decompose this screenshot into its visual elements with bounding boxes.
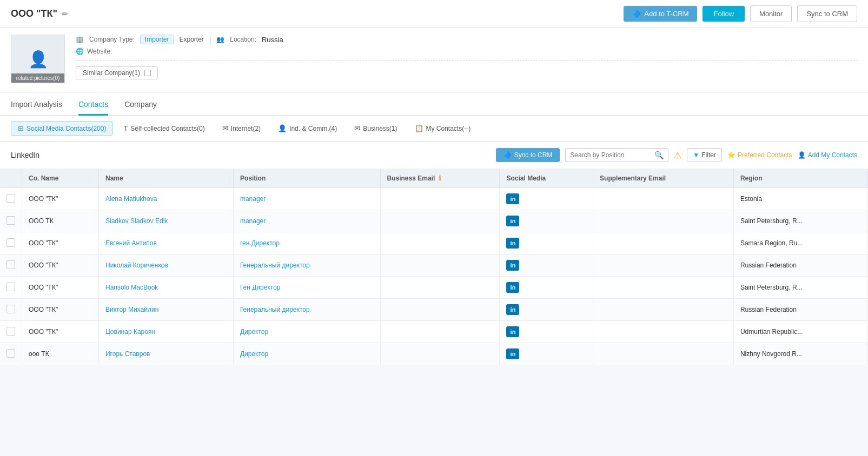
name-link[interactable]: Alena Matiukhova [105, 195, 157, 203]
tab-import-analysis[interactable]: Import Analysis [11, 92, 62, 116]
row-region: Estonia [733, 188, 867, 210]
col-social-media: Social Media [500, 169, 593, 188]
sub-tab-self-collected[interactable]: T Self-collected Contacts(0) [116, 121, 211, 136]
sub-tab-my-contacts[interactable]: 📋 My Contacts(--) [408, 121, 478, 136]
filter-icon: ▼ [693, 151, 699, 159]
warning-icon[interactable]: ⚠ [674, 150, 681, 160]
position-link[interactable]: Генеральный директор [240, 261, 310, 269]
position-link[interactable]: Директор [240, 328, 268, 336]
sync-to-crm-button[interactable]: Sync to CRM [797, 5, 857, 22]
row-name: Alena Matiukhova [98, 188, 233, 210]
col-region: Region [733, 169, 867, 188]
name-link[interactable]: Виктор Михайлин [105, 306, 158, 313]
name-link[interactable]: Цовинар Кароян [105, 328, 155, 336]
linkedin-button[interactable]: in [506, 260, 519, 271]
row-position: Ген Директор [233, 277, 380, 299]
position-link[interactable]: manager [240, 195, 266, 203]
table-row: ООО "ТК" Николай Кориченков Генеральный … [0, 254, 868, 277]
monitor-button[interactable]: Monitor [750, 5, 792, 22]
similar-company-button[interactable]: Similar Company(1) [76, 66, 158, 79]
row-position: manager [233, 210, 380, 232]
search-position-input[interactable] [570, 151, 651, 159]
position-link[interactable]: Генеральный директор [240, 306, 310, 313]
company-type-label: Company Type: [89, 36, 135, 43]
filter-button[interactable]: ▼ Filter [687, 148, 722, 162]
row-social-media: in [500, 188, 593, 210]
row-checkbox[interactable] [6, 216, 15, 225]
tab-company[interactable]: Company [124, 92, 157, 116]
row-supplementary-email [593, 343, 734, 365]
row-position: Генеральный директор [233, 299, 380, 321]
position-link[interactable]: Директор [240, 350, 268, 358]
row-social-media: in [500, 343, 593, 365]
row-social-media: in [500, 232, 593, 254]
col-position: Position [233, 169, 380, 188]
linkedin-button[interactable]: in [506, 326, 519, 337]
row-co-name: ООО "ТК" [22, 232, 99, 254]
tag-importer[interactable]: Importer [140, 35, 174, 44]
position-link[interactable]: ген.Директор [240, 239, 280, 247]
sub-tab-social-media[interactable]: ⊞ Social Media Contacts(200) [11, 121, 113, 136]
email-info-icon[interactable]: ℹ [439, 175, 441, 182]
search-position-field[interactable]: 🔍 [565, 148, 668, 162]
related-pictures-label[interactable]: related pictures(0) [11, 73, 64, 83]
globe-icon: 🌐 [76, 48, 84, 55]
company-avatar: 👤 related pictures(0) [11, 35, 65, 83]
contacts-area: LinkedIn 🔷 Sync to CRM 🔍 ⚠ ▼ Filter ⭐ Pr… [0, 142, 868, 365]
sync-to-crm-table-button[interactable]: 🔷 Sync to CRM [496, 148, 560, 162]
search-icon[interactable]: 🔍 [654, 151, 664, 159]
company-title-section: ООО "ТК" ✏ [11, 8, 68, 19]
row-checkbox[interactable] [6, 305, 15, 313]
internet-icon: ✉ [222, 124, 228, 132]
row-checkbox[interactable] [6, 194, 15, 203]
name-link[interactable]: Hansolo MacBook [105, 284, 158, 291]
name-link[interactable]: Николай Кориченков [105, 261, 168, 269]
divider [76, 61, 857, 61]
linkedin-button[interactable]: in [506, 216, 519, 226]
row-checkbox[interactable] [6, 238, 15, 247]
add-tcrm-button[interactable]: 🔷 Add to T-CRM [624, 6, 697, 22]
name-link[interactable]: Sladkov Sladkov Edik [105, 217, 168, 225]
sub-tab-ind-comm[interactable]: 👤 Ind. & Comm.(4) [271, 121, 344, 136]
name-link[interactable]: Игорь Ставров [105, 350, 150, 358]
similar-company-label: Similar Company(1) [83, 69, 140, 77]
linkedin-button[interactable]: in [506, 282, 519, 293]
row-business-email [380, 343, 500, 365]
contacts-toolbar: LinkedIn 🔷 Sync to CRM 🔍 ⚠ ▼ Filter ⭐ Pr… [0, 142, 868, 169]
row-co-name: ООО "ТК" [22, 277, 99, 299]
row-co-name: ООО "ТК" [22, 188, 99, 210]
row-name: Hansolo MacBook [98, 277, 233, 299]
col-co-name: Co. Name [22, 169, 99, 188]
add-my-contacts-button[interactable]: 👤 Add My Contacts [798, 151, 857, 159]
linkedin-button[interactable]: in [506, 238, 519, 249]
company-type-icon: 🏢 [76, 36, 84, 43]
linkedin-button[interactable]: in [506, 304, 519, 315]
self-collected-icon: T [123, 124, 128, 132]
ind-comm-icon: 👤 [278, 124, 287, 132]
col-checkbox [0, 169, 22, 188]
row-business-email [380, 277, 500, 299]
contacts-table: Co. Name Name Position Business Email ℹ … [0, 169, 868, 365]
row-checkbox[interactable] [6, 260, 15, 269]
position-link[interactable]: Ген Директор [240, 284, 281, 291]
row-checkbox[interactable] [6, 349, 15, 358]
toolbar-right: 🔷 Sync to CRM 🔍 ⚠ ▼ Filter ⭐ Preferred C… [496, 148, 857, 162]
edit-icon[interactable]: ✏ [62, 10, 68, 18]
linkedin-button[interactable]: in [506, 348, 519, 359]
row-region: Udmurtian Republic... [733, 321, 867, 343]
row-checkbox[interactable] [6, 327, 15, 336]
preferred-contacts-button[interactable]: ⭐ Preferred Contacts [727, 151, 792, 159]
position-link[interactable]: manager [240, 217, 266, 225]
linkedin-button[interactable]: in [506, 193, 519, 204]
table-row: ООО "ТК" Виктор Михайлин Генеральный дир… [0, 299, 868, 321]
follow-button[interactable]: Follow [703, 6, 745, 22]
tag-exporter[interactable]: Exporter [180, 36, 204, 43]
tab-contacts[interactable]: Contacts [78, 92, 108, 116]
row-name: Николай Кориченков [98, 254, 233, 277]
row-co-name: ООО "ТК" [22, 321, 99, 343]
sub-tab-internet[interactable]: ✉ Internet(2) [215, 121, 268, 136]
name-link[interactable]: Евгений Антипов [105, 239, 157, 247]
row-co-name: ооо ТК [22, 343, 99, 365]
row-checkbox[interactable] [6, 283, 15, 291]
sub-tab-business[interactable]: ✉ Business(1) [347, 121, 404, 136]
